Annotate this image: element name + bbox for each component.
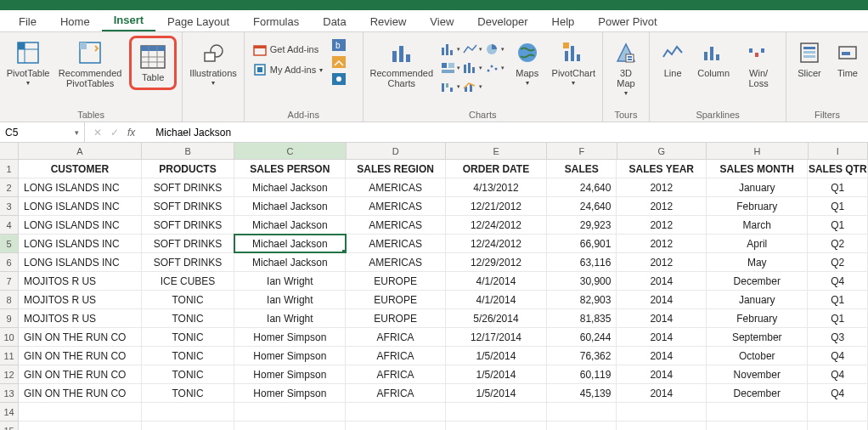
row-header[interactable]: 5 bbox=[0, 235, 18, 253]
tab-insert[interactable]: Insert bbox=[102, 10, 155, 31]
cell[interactable]: Ian Wright bbox=[234, 309, 346, 327]
cell[interactable]: 2012 bbox=[617, 178, 707, 196]
cell[interactable] bbox=[142, 403, 235, 421]
cell[interactable]: February bbox=[707, 309, 808, 327]
cell[interactable]: 1/5/2014 bbox=[446, 347, 547, 365]
slicer-button[interactable]: Slicer bbox=[792, 36, 827, 82]
cell[interactable]: Q3 bbox=[808, 328, 868, 346]
tab-formulas[interactable]: Formulas bbox=[241, 12, 311, 31]
cell[interactable] bbox=[446, 403, 547, 421]
cell[interactable]: 12/29/2012 bbox=[446, 253, 547, 271]
cell[interactable]: 2014 bbox=[617, 328, 707, 346]
cell[interactable]: 12/21/2012 bbox=[446, 197, 547, 215]
row-header[interactable]: 8 bbox=[0, 291, 18, 309]
cell[interactable]: Q2 bbox=[808, 235, 868, 252]
cell[interactable]: Homer Simpson bbox=[234, 384, 346, 402]
tab-developer[interactable]: Developer bbox=[465, 12, 539, 31]
cell[interactable]: Homer Simpson bbox=[234, 328, 346, 346]
cell[interactable]: Homer Simpson bbox=[234, 347, 346, 365]
tab-power-pivot[interactable]: Power Pivot bbox=[586, 12, 668, 31]
cell[interactable]: GIN ON THE RUN CO bbox=[19, 365, 142, 383]
column-header[interactable]: F bbox=[547, 143, 617, 159]
cell[interactable]: 24,640 bbox=[547, 178, 617, 196]
cell[interactable] bbox=[547, 403, 617, 421]
cell[interactable] bbox=[547, 422, 617, 430]
header-cell[interactable]: ORDER DATE bbox=[446, 160, 547, 178]
column-header[interactable]: D bbox=[347, 143, 446, 159]
cell[interactable]: SOFT DRINKS bbox=[142, 235, 235, 252]
cell[interactable]: EUROPE bbox=[346, 309, 445, 327]
cell[interactable]: 2014 bbox=[617, 365, 707, 383]
cell[interactable]: April bbox=[707, 235, 808, 252]
cell[interactable] bbox=[19, 403, 142, 421]
cell[interactable]: 2014 bbox=[617, 384, 707, 402]
tab-home[interactable]: Home bbox=[48, 12, 102, 31]
tab-review[interactable]: Review bbox=[358, 12, 419, 31]
header-cell[interactable]: CUSTOMER bbox=[19, 160, 142, 178]
scatter-chart-icon[interactable]: ▾ bbox=[484, 59, 504, 76]
cell[interactable]: 12/24/2012 bbox=[446, 235, 547, 252]
cell[interactable]: MOJITOS R US bbox=[19, 291, 142, 308]
row-header[interactable]: 3 bbox=[0, 197, 18, 216]
cell[interactable]: 2012 bbox=[617, 216, 707, 234]
cell[interactable]: Q1 bbox=[808, 309, 868, 327]
row-header[interactable]: 9 bbox=[0, 309, 18, 328]
table-button[interactable]: Table bbox=[135, 40, 171, 86]
cell[interactable]: Michael Jackson bbox=[234, 216, 346, 234]
cell[interactable]: Ian Wright bbox=[234, 272, 346, 290]
header-cell[interactable]: PRODUCTS bbox=[142, 160, 235, 178]
pie-chart-icon[interactable]: ▾ bbox=[484, 41, 504, 58]
row-header[interactable]: 10 bbox=[0, 328, 18, 347]
cell[interactable]: GIN ON THE RUN CO bbox=[19, 347, 142, 365]
column-header[interactable]: I bbox=[809, 143, 868, 159]
pivotchart-button[interactable]: PivotChart ▾ bbox=[550, 36, 597, 90]
cell[interactable]: 1/5/2014 bbox=[446, 365, 547, 383]
cell[interactable]: LONG ISLANDS INC bbox=[19, 216, 142, 234]
combo-chart-icon[interactable]: ▾ bbox=[462, 78, 482, 95]
bing-maps-icon[interactable]: b bbox=[331, 37, 347, 53]
cell[interactable]: Ian Wright bbox=[234, 291, 346, 308]
cell[interactable]: 60,119 bbox=[547, 365, 617, 383]
cell[interactable]: 4/13/2012 bbox=[446, 178, 547, 196]
row-header[interactable]: 4 bbox=[0, 216, 18, 235]
header-cell[interactable]: SALES MONTH bbox=[707, 160, 808, 178]
cell[interactable]: 1/5/2014 bbox=[446, 384, 547, 402]
cell[interactable] bbox=[446, 422, 547, 430]
cell[interactable]: 12/17/2014 bbox=[446, 328, 547, 346]
fx-icon[interactable]: fx bbox=[127, 127, 142, 139]
cell[interactable] bbox=[346, 422, 445, 430]
cell[interactable]: 60,244 bbox=[547, 328, 617, 346]
cell[interactable]: SOFT DRINKS bbox=[142, 197, 235, 215]
tab-page-layout[interactable]: Page Layout bbox=[155, 12, 241, 31]
cell[interactable]: December bbox=[707, 384, 808, 402]
cell[interactable]: TONIC bbox=[142, 328, 235, 346]
3d-map-button[interactable]: 3D Map ▾ bbox=[608, 36, 644, 100]
cell[interactable]: Michael Jackson bbox=[234, 235, 346, 252]
get-addins-button[interactable]: Get Add-ins bbox=[250, 41, 326, 58]
tab-file[interactable]: File bbox=[7, 12, 48, 31]
cell[interactable]: LONG ISLANDS INC bbox=[19, 253, 142, 271]
statistic-chart-icon[interactable]: ▾ bbox=[462, 59, 482, 76]
cell[interactable]: Q2 bbox=[808, 253, 868, 271]
column-header[interactable]: H bbox=[707, 143, 808, 159]
cell[interactable]: 2012 bbox=[617, 235, 707, 252]
cell[interactable] bbox=[617, 422, 707, 430]
cell[interactable]: Q1 bbox=[808, 197, 868, 215]
timeline-button[interactable]: Time bbox=[832, 36, 863, 82]
cell[interactable] bbox=[808, 422, 868, 430]
header-cell[interactable]: SALES YEAR bbox=[617, 160, 707, 178]
row-header[interactable]: 6 bbox=[0, 253, 18, 272]
row-header[interactable]: 13 bbox=[0, 384, 18, 403]
cell[interactable] bbox=[617, 403, 707, 421]
cell[interactable]: AFRICA bbox=[346, 365, 445, 383]
maps-button[interactable]: Maps ▾ bbox=[510, 36, 545, 90]
row-header[interactable]: 11 bbox=[0, 347, 18, 365]
cell[interactable]: 76,362 bbox=[547, 347, 617, 365]
cell[interactable]: 5/26/2014 bbox=[446, 309, 547, 327]
row-header[interactable]: 12 bbox=[0, 365, 18, 384]
row-header[interactable]: 14 bbox=[0, 403, 18, 422]
cell[interactable] bbox=[346, 403, 445, 421]
cell[interactable]: Q4 bbox=[808, 365, 868, 383]
sparkline-winloss-button[interactable]: Win/ Loss bbox=[736, 36, 781, 92]
sparkline-column-button[interactable]: Column bbox=[696, 36, 731, 82]
